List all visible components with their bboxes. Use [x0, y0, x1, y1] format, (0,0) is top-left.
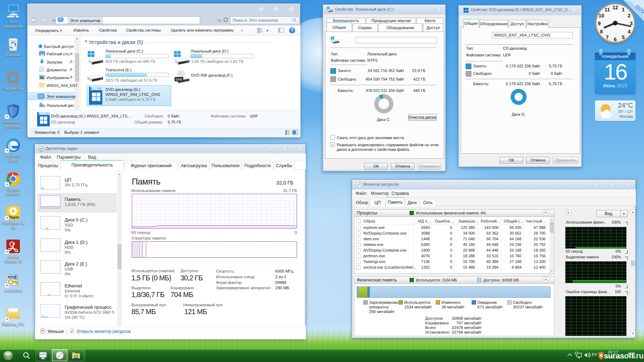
svg-text:5: 5: [622, 34, 624, 40]
svg-text:6: 6: [614, 37, 617, 42]
svg-text:DVD: DVD: [176, 78, 182, 81]
svg-text:7: 7: [606, 34, 608, 40]
svg-text:4: 4: [628, 29, 631, 34]
svg-text:8: 8: [600, 29, 603, 34]
svg-text:12: 12: [612, 5, 618, 10]
svg-text:3: 3: [630, 21, 633, 26]
svg-text:Player: Player: [8, 215, 19, 219]
svg-text:10: 10: [599, 13, 604, 18]
svg-text:2: 2: [628, 13, 631, 18]
svg-text:9: 9: [598, 21, 601, 26]
svg-text:1: 1: [622, 7, 624, 12]
svg-text:11: 11: [605, 7, 610, 12]
